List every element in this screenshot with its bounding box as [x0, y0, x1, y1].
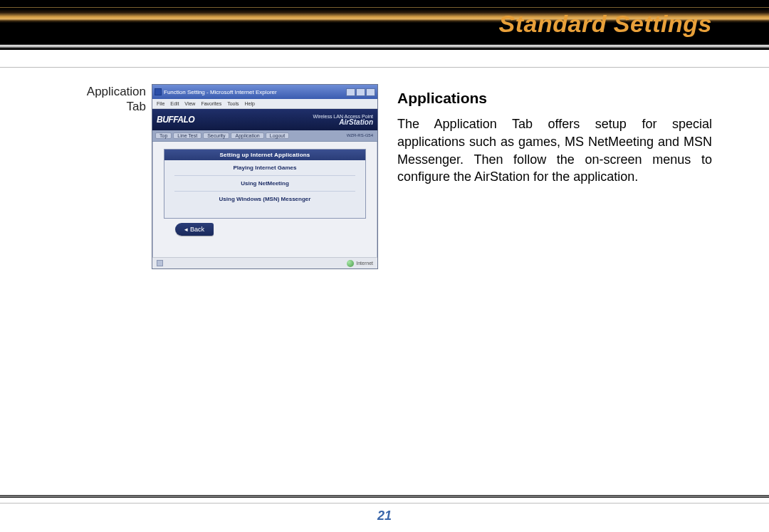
app-link[interactable]: Playing Internet Games — [174, 160, 355, 176]
menu-item[interactable]: Favorites — [201, 101, 221, 106]
tab-security[interactable]: Security — [203, 132, 229, 139]
app-link[interactable]: Using Windows (MSN) Messenger — [174, 192, 355, 207]
header-band: Standard Settings — [0, 0, 769, 50]
menu-item[interactable]: Edit — [170, 101, 179, 106]
window-titlebar: Function Setting - Microsoft Internet Ex… — [152, 85, 377, 99]
menu-item[interactable]: Tools — [227, 101, 239, 106]
browser-statusbar: Internet — [152, 257, 377, 268]
airstation-brand: Wireless LAN Access PointAirStation — [313, 114, 373, 126]
tab-application[interactable]: Application — [231, 132, 263, 139]
tab-line-test[interactable]: Line Test — [173, 132, 202, 139]
maximize-button[interactable] — [356, 88, 365, 96]
content-area: Application Tab Function Setting - Micro… — [75, 84, 712, 468]
brand-banner: BUFFALO Wireless LAN Access PointAirStat… — [152, 109, 377, 130]
header-rule — [0, 44, 769, 48]
back-button[interactable]: ◂ Back — [175, 223, 214, 236]
menu-item[interactable]: Help — [245, 101, 255, 106]
menu-item[interactable]: View — [184, 101, 195, 106]
status-zone-label: Internet — [356, 261, 373, 266]
window-control-buttons — [346, 88, 375, 96]
window-title: Function Setting - Microsoft Internet Ex… — [164, 89, 277, 95]
section-body: The Application Tab offers setup for spe… — [397, 115, 712, 186]
panel-heading: Setting up Internet Applications — [164, 150, 365, 160]
close-button[interactable] — [366, 88, 375, 96]
minimize-button[interactable] — [346, 88, 355, 96]
header-subline — [0, 67, 769, 68]
buffalo-logo: BUFFALO — [157, 115, 194, 125]
applications-panel: Setting up Internet Applications Playing… — [164, 149, 366, 219]
device-id-label: WZR-RS-G54 — [347, 133, 373, 137]
tab-top[interactable]: Top — [155, 132, 172, 139]
internet-zone-icon — [347, 260, 354, 267]
embedded-screenshot: Function Setting - Microsoft Internet Ex… — [152, 84, 378, 269]
section-heading: Applications — [397, 90, 487, 107]
nav-tabs: Top Line Test Security Application Logou… — [152, 130, 377, 142]
status-box-icon — [157, 260, 163, 266]
header-accent-line — [0, 7, 769, 8]
page-number: 21 — [0, 508, 769, 523]
figure-caption: Application Tab — [75, 84, 146, 115]
footer-band: 21 — [0, 491, 769, 532]
app-link[interactable]: Using NetMeeting — [174, 176, 355, 192]
footer-subline — [0, 503, 769, 504]
chevron-left-icon: ◂ — [184, 226, 188, 233]
menu-item[interactable]: File — [157, 101, 164, 106]
footer-rule — [0, 495, 769, 498]
browser-menubar: File Edit View Favorites Tools Help — [152, 99, 377, 109]
tab-logout[interactable]: Logout — [266, 132, 289, 139]
page-header-title: Standard Settings — [499, 10, 712, 38]
ie-icon — [155, 88, 162, 95]
